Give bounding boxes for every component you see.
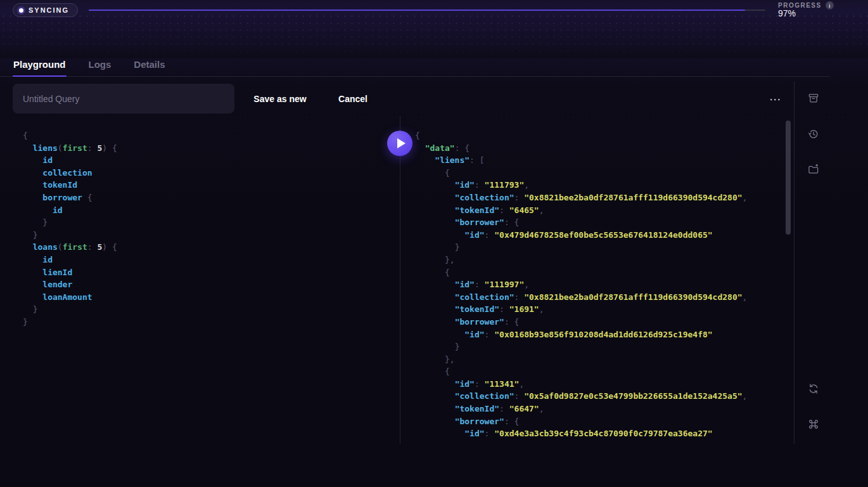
syncing-badge: SYNCING: [13, 3, 78, 17]
run-query-button[interactable]: [387, 131, 412, 156]
query-editor[interactable]: { liens(first: 5) { id collection tokenI…: [13, 116, 399, 444]
cancel-button[interactable]: Cancel: [335, 84, 371, 114]
rail-divider: [794, 81, 795, 444]
save-as-new-button[interactable]: Save as new: [252, 84, 308, 114]
more-options-button[interactable]: ⋯: [763, 88, 788, 110]
dot-texture-fade: [0, 13, 868, 58]
query-editor-code[interactable]: { liens(first: 5) { id collection tokenI…: [13, 116, 399, 328]
syncing-status-dot: [19, 8, 23, 13]
results-viewer: { "data": { "liens": [ { "id": "111793",…: [400, 116, 785, 444]
tab-details[interactable]: Details: [133, 59, 165, 76]
new-collection-button[interactable]: [802, 158, 825, 181]
playground-page: SYNCING PROGRESS i 97% Playground Logs D…: [0, 0, 868, 487]
syncing-label: SYNCING: [29, 6, 69, 14]
progress-value: 97%: [778, 8, 796, 18]
query-name-input[interactable]: [13, 84, 234, 114]
tab-logs[interactable]: Logs: [88, 59, 112, 76]
docs-icon: [807, 92, 820, 105]
results-code: { "data": { "liens": [ { "id": "111793",…: [400, 116, 785, 440]
dot-texture: [0, 13, 868, 58]
tab-playground[interactable]: Playground: [13, 59, 67, 76]
keyboard-shortcuts-button[interactable]: [802, 413, 825, 436]
tab-bar: Playground Logs Details: [0, 59, 830, 77]
refresh-icon: [807, 382, 820, 395]
docs-button[interactable]: [802, 87, 825, 110]
refresh-button[interactable]: [802, 377, 825, 400]
folder-plus-icon: [807, 163, 820, 176]
history-icon: [807, 127, 820, 140]
progress-fill: [89, 10, 745, 11]
progress-track: [89, 10, 765, 11]
play-icon: [397, 138, 405, 148]
command-icon: [807, 418, 820, 431]
results-scrollbar[interactable]: [786, 120, 791, 235]
history-button[interactable]: [802, 122, 825, 145]
info-icon[interactable]: i: [826, 1, 834, 10]
